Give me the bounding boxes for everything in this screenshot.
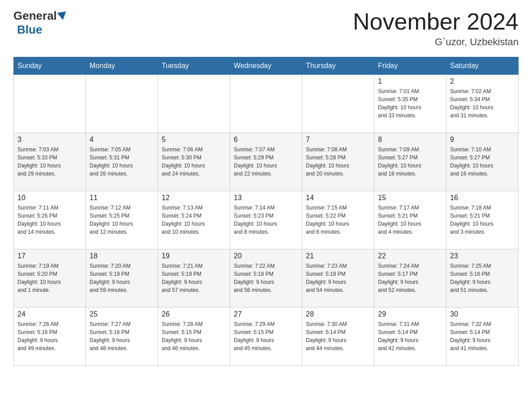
day-info: Sunrise: 7:03 AMSunset: 5:33 PMDaylight:… <box>17 146 82 178</box>
weekday-header-tuesday: Tuesday <box>158 57 230 75</box>
calendar-cell: 12Sunrise: 7:13 AMSunset: 5:24 PMDayligh… <box>158 191 230 249</box>
page-header: General Blue November 2024 G`uzor, Uzbek… <box>13 9 519 48</box>
calendar-cell: 9Sunrise: 7:10 AMSunset: 5:27 PMDaylight… <box>446 133 519 191</box>
day-info: Sunrise: 7:05 AMSunset: 5:31 PMDaylight:… <box>90 146 154 178</box>
calendar-cell: 25Sunrise: 7:27 AMSunset: 5:16 PMDayligh… <box>86 308 158 366</box>
calendar-cell: 10Sunrise: 7:11 AMSunset: 5:26 PMDayligh… <box>14 191 86 249</box>
weekday-header-monday: Monday <box>86 57 158 75</box>
calendar-cell: 23Sunrise: 7:25 AMSunset: 5:16 PMDayligh… <box>446 249 519 308</box>
location-label: G`uzor, Uzbekistan <box>353 36 519 48</box>
calendar-cell: 29Sunrise: 7:31 AMSunset: 5:14 PMDayligh… <box>374 308 446 366</box>
day-info: Sunrise: 7:07 AMSunset: 5:29 PMDaylight:… <box>234 146 298 178</box>
calendar-cell: 17Sunrise: 7:19 AMSunset: 5:20 PMDayligh… <box>14 249 86 308</box>
day-info: Sunrise: 7:26 AMSunset: 5:16 PMDaylight:… <box>17 320 82 352</box>
calendar-table: SundayMondayTuesdayWednesdayThursdayFrid… <box>13 57 519 366</box>
weekday-header-friday: Friday <box>374 57 446 75</box>
day-number: 8 <box>378 136 442 144</box>
day-number: 3 <box>17 136 82 144</box>
day-info: Sunrise: 7:25 AMSunset: 5:16 PMDaylight:… <box>450 262 515 294</box>
day-number: 14 <box>306 194 370 202</box>
day-number: 9 <box>450 136 515 144</box>
calendar-cell: 28Sunrise: 7:30 AMSunset: 5:14 PMDayligh… <box>302 308 374 366</box>
calendar-cell: 2Sunrise: 7:02 AMSunset: 5:34 PMDaylight… <box>446 75 519 133</box>
day-number: 27 <box>234 310 298 318</box>
day-number: 28 <box>306 310 370 318</box>
day-number: 19 <box>162 252 226 260</box>
calendar-cell: 14Sunrise: 7:15 AMSunset: 5:22 PMDayligh… <box>302 191 374 249</box>
day-info: Sunrise: 7:06 AMSunset: 5:30 PMDaylight:… <box>162 146 226 178</box>
weekday-header-thursday: Thursday <box>302 57 374 75</box>
calendar-cell <box>230 75 302 133</box>
day-info: Sunrise: 7:30 AMSunset: 5:14 PMDaylight:… <box>306 320 370 352</box>
day-number: 11 <box>90 194 154 202</box>
calendar-cell <box>302 75 374 133</box>
calendar-cell: 4Sunrise: 7:05 AMSunset: 5:31 PMDaylight… <box>86 133 158 191</box>
day-info: Sunrise: 7:21 AMSunset: 5:19 PMDaylight:… <box>162 262 226 294</box>
day-number: 30 <box>450 310 515 318</box>
day-number: 21 <box>306 252 370 260</box>
calendar-cell: 22Sunrise: 7:24 AMSunset: 5:17 PMDayligh… <box>374 249 446 308</box>
day-number: 18 <box>90 252 154 260</box>
calendar-header-row: SundayMondayTuesdayWednesdayThursdayFrid… <box>14 57 519 75</box>
day-info: Sunrise: 7:14 AMSunset: 5:23 PMDaylight:… <box>234 204 298 236</box>
calendar-cell: 27Sunrise: 7:29 AMSunset: 5:15 PMDayligh… <box>230 308 302 366</box>
calendar-cell: 15Sunrise: 7:17 AMSunset: 5:21 PMDayligh… <box>374 191 446 249</box>
day-info: Sunrise: 7:24 AMSunset: 5:17 PMDaylight:… <box>378 262 442 294</box>
calendar-cell: 30Sunrise: 7:32 AMSunset: 5:14 PMDayligh… <box>446 308 519 366</box>
day-number: 13 <box>234 194 298 202</box>
day-number: 29 <box>378 310 442 318</box>
day-number: 12 <box>162 194 226 202</box>
calendar-week-2: 3Sunrise: 7:03 AMSunset: 5:33 PMDaylight… <box>14 133 519 191</box>
calendar-cell: 24Sunrise: 7:26 AMSunset: 5:16 PMDayligh… <box>14 308 86 366</box>
day-info: Sunrise: 7:11 AMSunset: 5:26 PMDaylight:… <box>17 204 82 236</box>
calendar-cell: 7Sunrise: 7:08 AMSunset: 5:28 PMDaylight… <box>302 133 374 191</box>
day-info: Sunrise: 7:22 AMSunset: 5:18 PMDaylight:… <box>234 262 298 294</box>
calendar-cell: 16Sunrise: 7:18 AMSunset: 5:21 PMDayligh… <box>446 191 519 249</box>
calendar-cell: 18Sunrise: 7:20 AMSunset: 5:19 PMDayligh… <box>86 249 158 308</box>
day-number: 22 <box>378 252 442 260</box>
day-info: Sunrise: 7:23 AMSunset: 5:18 PMDaylight:… <box>306 262 370 294</box>
calendar-cell <box>86 75 158 133</box>
day-info: Sunrise: 7:12 AMSunset: 5:25 PMDaylight:… <box>90 204 154 236</box>
calendar-cell <box>14 75 86 133</box>
calendar-cell: 3Sunrise: 7:03 AMSunset: 5:33 PMDaylight… <box>14 133 86 191</box>
day-info: Sunrise: 7:20 AMSunset: 5:19 PMDaylight:… <box>90 262 154 294</box>
day-info: Sunrise: 7:32 AMSunset: 5:14 PMDaylight:… <box>450 320 515 352</box>
day-number: 17 <box>17 252 82 260</box>
day-info: Sunrise: 7:19 AMSunset: 5:20 PMDaylight:… <box>17 262 82 294</box>
calendar-cell <box>158 75 230 133</box>
calendar-week-5: 24Sunrise: 7:26 AMSunset: 5:16 PMDayligh… <box>14 308 519 366</box>
day-info: Sunrise: 7:01 AMSunset: 5:35 PMDaylight:… <box>378 87 442 120</box>
calendar-cell: 1Sunrise: 7:01 AMSunset: 5:35 PMDaylight… <box>374 75 446 133</box>
day-info: Sunrise: 7:09 AMSunset: 5:27 PMDaylight:… <box>378 146 442 178</box>
day-number: 15 <box>378 194 442 202</box>
day-info: Sunrise: 7:15 AMSunset: 5:22 PMDaylight:… <box>306 204 370 236</box>
day-number: 24 <box>17 310 82 318</box>
weekday-header-sunday: Sunday <box>14 57 86 75</box>
day-info: Sunrise: 7:13 AMSunset: 5:24 PMDaylight:… <box>162 204 226 236</box>
day-number: 10 <box>17 194 82 202</box>
logo: General Blue <box>13 9 68 37</box>
calendar-cell: 11Sunrise: 7:12 AMSunset: 5:25 PMDayligh… <box>86 191 158 249</box>
calendar-cell: 8Sunrise: 7:09 AMSunset: 5:27 PMDaylight… <box>374 133 446 191</box>
calendar-week-1: 1Sunrise: 7:01 AMSunset: 5:35 PMDaylight… <box>14 75 519 133</box>
day-number: 2 <box>450 77 515 86</box>
calendar-cell: 21Sunrise: 7:23 AMSunset: 5:18 PMDayligh… <box>302 249 374 308</box>
day-info: Sunrise: 7:17 AMSunset: 5:21 PMDaylight:… <box>378 204 442 236</box>
day-number: 5 <box>162 136 226 144</box>
weekday-header-saturday: Saturday <box>446 57 519 75</box>
day-info: Sunrise: 7:28 AMSunset: 5:15 PMDaylight:… <box>162 320 226 352</box>
calendar-cell: 26Sunrise: 7:28 AMSunset: 5:15 PMDayligh… <box>158 308 230 366</box>
calendar-week-3: 10Sunrise: 7:11 AMSunset: 5:26 PMDayligh… <box>14 191 519 249</box>
day-info: Sunrise: 7:29 AMSunset: 5:15 PMDaylight:… <box>234 320 298 352</box>
logo-triangle-icon <box>57 11 67 21</box>
calendar-week-4: 17Sunrise: 7:19 AMSunset: 5:20 PMDayligh… <box>14 249 519 308</box>
day-number: 26 <box>162 310 226 318</box>
weekday-header-wednesday: Wednesday <box>230 57 302 75</box>
day-info: Sunrise: 7:31 AMSunset: 5:14 PMDaylight:… <box>378 320 442 352</box>
logo-general-text: General <box>13 9 57 23</box>
logo-blue-text: Blue <box>17 23 42 36</box>
day-info: Sunrise: 7:10 AMSunset: 5:27 PMDaylight:… <box>450 146 515 178</box>
calendar-cell: 19Sunrise: 7:21 AMSunset: 5:19 PMDayligh… <box>158 249 230 308</box>
day-number: 4 <box>90 136 154 144</box>
